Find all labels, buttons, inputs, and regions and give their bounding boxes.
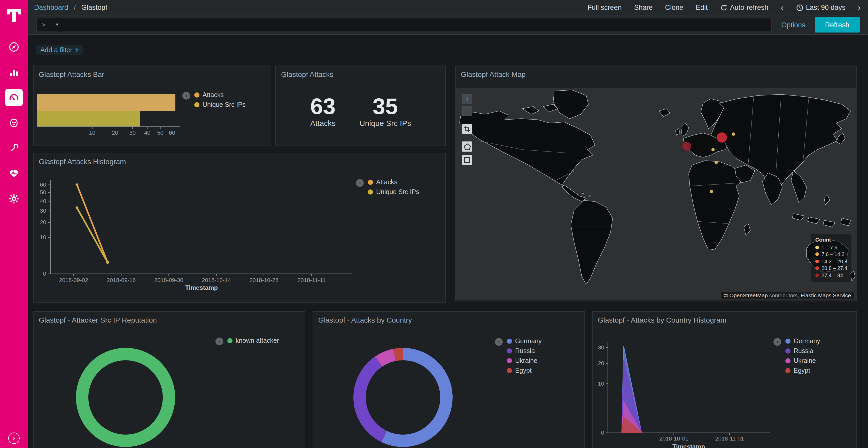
country-donut-chart[interactable] — [313, 312, 584, 448]
map-legend-item: 27.4 – 34 — [815, 272, 847, 279]
map-draw-rectangle-button[interactable] — [462, 155, 472, 165]
auto-refresh-button[interactable]: Auto-refresh — [720, 4, 769, 11]
mask-icon — [8, 117, 20, 129]
svg-text:0: 0 — [43, 271, 46, 277]
legend-toggle-icon[interactable]: › — [495, 338, 503, 346]
legend-item[interactable]: Attacks — [368, 179, 419, 186]
chart-legend: ›known attacker — [215, 337, 279, 347]
attack-map[interactable]: + − Count 1 – 7.67.6 – 14.214.2 – 2 — [456, 88, 856, 300]
map-zoom-in-button[interactable]: + — [462, 94, 472, 104]
wrench-icon — [8, 142, 20, 154]
clock-icon — [796, 4, 803, 11]
panel-attack-map: Glastopf Attack Map — [455, 66, 857, 302]
breadcrumb: Dashboard / Glastopf — [34, 4, 107, 11]
country-histogram-chart[interactable]: 01020302018-10-012018-11-01Timestamp — [593, 312, 856, 448]
refresh-cycle-icon — [720, 4, 727, 11]
svg-text:30: 30 — [40, 207, 46, 214]
panel-country-histogram: Glastopf - Attacks by Country Histogram … — [592, 311, 857, 448]
telekom-t-icon — [5, 6, 23, 24]
panel-attacks-metric: Glastopf Attacks 63 Attacks 35 Unique Sr… — [275, 66, 446, 146]
legend-toggle-icon[interactable]: › — [215, 338, 223, 345]
clone-button[interactable]: Clone — [665, 4, 684, 11]
svg-text:10: 10 — [598, 380, 604, 387]
map-crop-tool-button[interactable] — [462, 124, 472, 134]
svg-text:2018-11-01: 2018-11-01 — [715, 435, 744, 442]
options-link[interactable]: Options — [781, 21, 805, 29]
svg-text:30: 30 — [129, 130, 135, 136]
legend-item[interactable]: known attacker — [227, 337, 279, 344]
world-map[interactable] — [456, 88, 856, 300]
legend-item[interactable]: Attacks — [194, 91, 246, 99]
svg-text:2018-10-28: 2018-10-28 — [249, 277, 278, 283]
refresh-button[interactable]: Refresh — [814, 17, 860, 33]
kibana-dashboard: › Dashboard / Glastopf Full screen Share… — [0, 0, 868, 448]
edit-button[interactable]: Edit — [696, 4, 708, 11]
sidebar-collapse-button[interactable]: › — [8, 433, 20, 444]
legend-item[interactable]: Unique Src IPs — [368, 188, 419, 196]
gear-icon — [8, 193, 20, 204]
chart-legend: ›AttacksUnique Src IPs — [182, 91, 246, 111]
sidebar-nav — [5, 38, 23, 207]
legend-toggle-icon[interactable]: › — [773, 338, 781, 346]
panel-title: Glastopf Attack Map — [461, 70, 526, 78]
attacks-histogram-chart[interactable]: 01020304050602018-09-022018-09-162018-09… — [34, 153, 445, 303]
sidebar-item-visualize[interactable] — [5, 64, 23, 81]
map-draw-polygon-button[interactable] — [462, 141, 472, 152]
svg-text:20: 20 — [598, 360, 604, 367]
reputation-donut-chart[interactable] — [34, 312, 305, 448]
svg-text:20: 20 — [112, 130, 118, 136]
sidebar-item-management[interactable] — [5, 190, 23, 207]
map-zoom-out-button[interactable]: − — [462, 106, 472, 116]
metric-value: 35 — [359, 95, 411, 118]
legend-item[interactable]: Egypt — [507, 367, 542, 374]
legend-item[interactable]: Unique Src IPs — [194, 101, 246, 108]
metric-label: Unique Src IPs — [359, 119, 411, 128]
full-screen-button[interactable]: Full screen — [587, 4, 622, 11]
sidebar-item-security[interactable] — [5, 114, 23, 132]
svg-text:60: 60 — [169, 130, 175, 136]
panel-title: Glastopf Attacks Bar — [39, 70, 104, 78]
search-input[interactable] — [55, 20, 766, 30]
legend-item[interactable]: Ukraine — [785, 357, 820, 365]
map-legend-item: 7.6 – 14.2 — [815, 251, 847, 258]
legend-item[interactable]: Russia — [785, 347, 820, 354]
sidebar-item-dev-tools[interactable] — [5, 139, 23, 157]
breadcrumb-current: Glastopf — [82, 4, 107, 11]
svg-text:2018-09-30: 2018-09-30 — [154, 277, 183, 283]
sidebar-item-monitoring[interactable] — [5, 165, 23, 182]
panel-attacks-bar: Glastopf Attacks Bar 102030405060 ›Attac… — [33, 66, 271, 146]
svg-text:30: 30 — [598, 344, 604, 351]
map-attribution: © OpenStreetMap contributors, Elastic Ma… — [721, 291, 854, 299]
svg-text:Timestamp: Timestamp — [185, 284, 218, 291]
svg-text:2018-10-01: 2018-10-01 — [659, 435, 688, 442]
legend-toggle-icon[interactable]: › — [182, 92, 190, 100]
map-legend-title: Count — [815, 236, 847, 242]
time-next-button[interactable]: › — [858, 4, 861, 11]
time-range-button[interactable]: Last 90 days — [796, 4, 845, 11]
chart-legend: ›GermanyRussiaUkraineEgypt — [773, 338, 820, 377]
telekom-logo[interactable] — [5, 6, 23, 26]
top-navbar: Dashboard / Glastopf Full screen Share C… — [28, 0, 868, 15]
legend-item[interactable]: Germany — [507, 338, 542, 345]
polygon-icon — [464, 143, 470, 150]
elastic-maps-service-link[interactable]: Elastic Maps Service — [801, 292, 851, 298]
svg-text:20: 20 — [40, 219, 46, 226]
metric-attacks: 63 Attacks — [310, 95, 336, 145]
legend-item[interactable]: Ukraine — [507, 357, 542, 365]
sidebar-item-dashboard[interactable] — [5, 89, 23, 106]
plus-icon: + — [75, 46, 79, 54]
time-prev-button[interactable]: ‹ — [781, 4, 783, 11]
share-button[interactable]: Share — [634, 4, 653, 11]
legend-item[interactable]: Egypt — [785, 367, 820, 374]
legend-toggle-icon[interactable]: › — [356, 179, 364, 187]
legend-item[interactable]: Germany — [785, 338, 820, 345]
openstreetmap-link[interactable]: © OpenStreetMap — [724, 292, 768, 298]
query-bar: >_ Options Refresh — [28, 15, 868, 35]
breadcrumb-dashboard-link[interactable]: Dashboard — [34, 4, 68, 11]
add-filter-link[interactable]: Add a filter+ — [36, 45, 83, 55]
query-input-box[interactable]: >_ — [36, 18, 772, 32]
svg-text:40: 40 — [40, 198, 46, 204]
sidebar-item-discover[interactable] — [5, 38, 23, 56]
svg-text:Timestamp: Timestamp — [673, 443, 705, 448]
legend-item[interactable]: Russia — [507, 347, 542, 354]
